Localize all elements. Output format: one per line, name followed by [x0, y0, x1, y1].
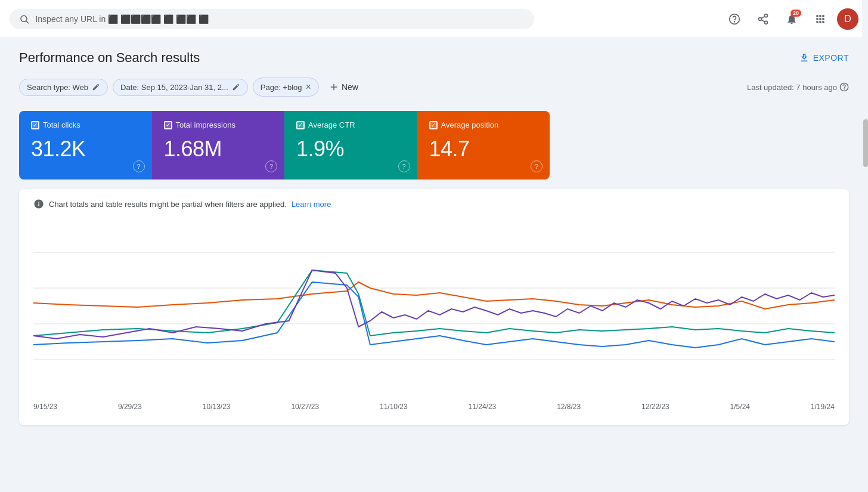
clicks-checkbox[interactable] [31, 121, 39, 129]
main-content: Performance on Search results EXPORT Sea… [0, 38, 868, 437]
clicks-help-icon[interactable]: ? [133, 160, 145, 172]
svg-point-2 [730, 14, 740, 24]
metric-card-position[interactable]: Average position 14.7 ? [417, 111, 550, 180]
notification-badge: 20 [790, 10, 801, 17]
position-checkbox[interactable] [429, 121, 438, 129]
header-icons: 20 D [723, 7, 858, 31]
x-axis-labels: 9/15/23 9/29/23 10/13/23 10/27/23 11/10/… [33, 398, 835, 411]
x-label-0: 9/15/23 [33, 403, 57, 411]
ctr-help-icon[interactable]: ? [398, 160, 410, 172]
scrollbar-track[interactable] [862, 0, 868, 492]
learn-more-link[interactable]: Learn more [292, 200, 331, 209]
metric-card-clicks[interactable]: Total clicks 31.2K ? [19, 111, 152, 180]
last-updated-help-icon[interactable] [839, 82, 849, 92]
position-label-row: Average position [429, 120, 538, 129]
page-filter[interactable]: Page: +blog × [253, 78, 319, 97]
chart-svg-wrapper [33, 216, 835, 398]
export-button[interactable]: EXPORT [799, 52, 849, 63]
edit-date-icon [232, 83, 240, 91]
avatar[interactable]: D [837, 8, 858, 30]
svg-point-4 [765, 14, 768, 17]
x-label-4: 11/10/23 [380, 403, 408, 411]
search-type-filter[interactable]: Search type: Web [19, 79, 108, 96]
clicks-value: 31.2K [31, 137, 140, 162]
position-value: 14.7 [429, 137, 538, 162]
remove-page-filter-icon[interactable]: × [306, 82, 311, 92]
x-label-2: 10/13/23 [203, 403, 231, 411]
position-label: Average position [441, 120, 499, 129]
impressions-checkbox[interactable] [164, 121, 172, 129]
ctr-label: Average CTR [308, 120, 355, 129]
svg-point-0 [21, 16, 27, 21]
impressions-label: Total impressions [176, 120, 235, 129]
ctr-value: 1.9% [296, 137, 405, 162]
svg-point-9 [840, 83, 848, 91]
svg-point-6 [765, 21, 768, 24]
info-notice: Chart totals and table results might be … [33, 199, 835, 209]
edit-search-type-icon [92, 83, 100, 91]
help-button[interactable] [723, 7, 746, 31]
chart-notice-text: Chart totals and table results might be … [49, 200, 287, 209]
clicks-label: Total clicks [43, 120, 80, 129]
search-input[interactable] [35, 14, 525, 24]
svg-point-5 [759, 17, 762, 20]
svg-line-8 [761, 16, 765, 18]
share-button[interactable] [751, 7, 775, 31]
ctr-checkbox[interactable] [296, 121, 305, 129]
new-filter-label: New [342, 82, 358, 92]
last-updated-text: Last updated: 7 hours ago [747, 83, 837, 92]
impressions-value: 1.68M [164, 137, 273, 162]
impressions-help-icon[interactable]: ? [265, 160, 277, 172]
svg-line-1 [26, 21, 29, 23]
filters-row: Search type: Web Date: Sep 15, 2023-Jan … [19, 78, 849, 97]
info-icon [33, 199, 44, 209]
date-label: Date: Sep 15, 2023-Jan 31, 2... [120, 83, 228, 92]
performance-chart [33, 216, 835, 395]
date-filter[interactable]: Date: Sep 15, 2023-Jan 31, 2... [113, 79, 248, 96]
x-label-1: 9/29/23 [118, 403, 142, 411]
chart-container: Chart totals and table results might be … [19, 189, 849, 425]
x-label-9: 1/19/24 [811, 403, 835, 411]
ctr-label-row: Average CTR [296, 120, 405, 129]
header: 20 D [0, 0, 868, 38]
metric-card-impressions[interactable]: Total impressions 1.68M ? [152, 111, 285, 180]
page-filter-label: Page: +blog [261, 83, 302, 92]
x-label-6: 12/8/23 [557, 403, 581, 411]
apps-button[interactable] [808, 7, 832, 31]
last-updated: Last updated: 7 hours ago [747, 82, 849, 92]
svg-point-3 [734, 21, 735, 21]
page-header: Performance on Search results EXPORT [19, 50, 849, 66]
position-help-icon[interactable]: ? [531, 160, 542, 172]
search-icon [19, 14, 29, 24]
svg-point-10 [844, 89, 845, 89]
impressions-label-row: Total impressions [164, 120, 273, 129]
x-label-5: 11/24/23 [469, 403, 497, 411]
x-label-7: 12/22/23 [641, 403, 669, 411]
scrollbar-thumb[interactable] [863, 119, 868, 167]
search-bar[interactable] [10, 9, 534, 29]
clicks-label-row: Total clicks [31, 120, 140, 129]
x-label-8: 1/5/24 [730, 403, 750, 411]
search-type-label: Search type: Web [27, 83, 88, 92]
export-label: EXPORT [813, 53, 849, 63]
notifications-button[interactable]: 20 [780, 7, 804, 31]
x-label-3: 10/27/23 [291, 403, 319, 411]
new-filter-button[interactable]: New [324, 79, 363, 95]
metric-card-ctr[interactable]: Average CTR 1.9% ? [284, 111, 417, 180]
metrics-row: Total clicks 31.2K ? Total impressions 1… [19, 111, 550, 180]
page-title: Performance on Search results [19, 50, 200, 66]
svg-line-7 [761, 20, 765, 21]
